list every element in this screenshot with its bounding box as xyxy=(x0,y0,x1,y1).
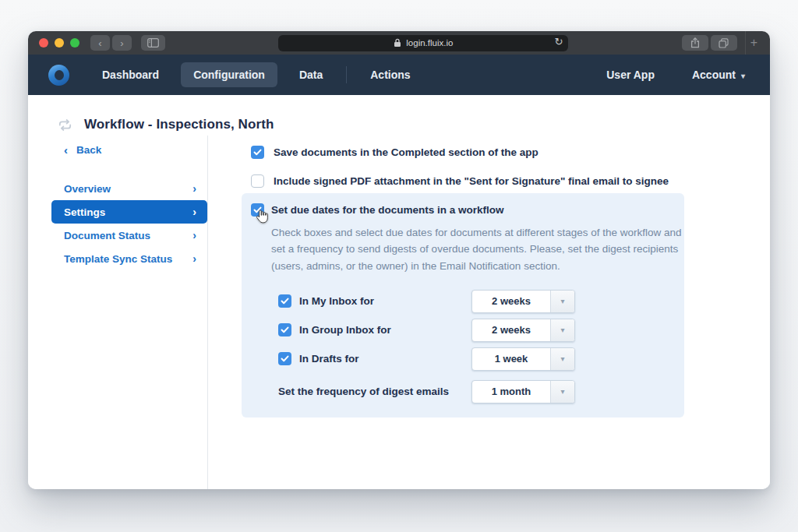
nav-item-actions[interactable]: Actions xyxy=(358,62,422,87)
chevron-down-icon: ▾ xyxy=(550,319,574,341)
checkbox-save-completed[interactable] xyxy=(251,146,264,159)
drafts-duration-select[interactable]: 1 week ▾ xyxy=(471,347,575,371)
select-value: 2 weeks xyxy=(472,291,550,312)
settings-main: Save documents in the Completed section … xyxy=(208,136,770,489)
check-icon xyxy=(253,206,262,213)
chevron-down-icon: ▾ xyxy=(550,381,574,403)
chevron-right-icon: › xyxy=(192,252,196,265)
due-row-my-inbox: In My Inbox for 2 weeks ▾ xyxy=(278,290,575,313)
due-row-group-inbox: In Group Inbox for 2 weeks ▾ xyxy=(278,319,575,342)
chevron-right-icon: › xyxy=(192,182,196,195)
address-bar[interactable]: login.fluix.io ↻ xyxy=(278,35,568,51)
sidebar-item-settings[interactable]: Settings › xyxy=(51,200,207,224)
digest-frequency-label: Set the frequency of digest emails xyxy=(278,386,449,397)
group-inbox-duration-select[interactable]: 2 weeks ▾ xyxy=(471,319,575,342)
browser-window: ‹ › login.fluix.io ↻ xyxy=(28,31,770,489)
select-value: 1 month xyxy=(472,381,550,403)
checkbox-group-inbox[interactable] xyxy=(278,323,291,336)
back-button[interactable]: ‹ xyxy=(90,35,110,51)
nav-item-dashboard[interactable]: Dashboard xyxy=(90,62,171,87)
sidebar-item-label: Template Sync Status xyxy=(64,253,172,265)
checkbox-set-due-dates[interactable] xyxy=(251,203,264,217)
share-icon xyxy=(690,37,700,48)
my-inbox-duration-select[interactable]: 2 weeks ▾ xyxy=(471,290,575,313)
checkbox-include-signed-pdf[interactable] xyxy=(251,174,264,188)
app-navbar: Dashboard Configuration Data Actions Use… xyxy=(28,55,770,95)
sidebar-icon xyxy=(147,38,159,48)
lock-icon xyxy=(394,38,401,48)
sidebar-item-label: Settings xyxy=(64,206,105,218)
due-dates-panel: Set due dates for the documents in a wor… xyxy=(242,193,684,417)
due-dates-description: Check boxes and select due dates for doc… xyxy=(271,224,683,274)
option-label: Include signed PDF attachment in the "Se… xyxy=(274,175,669,187)
minimize-window-button[interactable] xyxy=(55,38,64,48)
tab-overview-button[interactable] xyxy=(711,35,737,51)
due-row-label: In Group Inbox for xyxy=(299,324,391,336)
select-value: 1 week xyxy=(472,348,550,370)
browser-toolbar: ‹ › login.fluix.io ↻ xyxy=(28,31,770,55)
due-row-label: In Drafts for xyxy=(299,353,359,365)
option-save-completed: Save documents in the Completed section … xyxy=(251,146,770,159)
fluix-logo-icon[interactable] xyxy=(48,65,69,86)
due-row-label: In My Inbox for xyxy=(299,295,374,307)
nav-item-data[interactable]: Data xyxy=(287,62,335,87)
close-window-button[interactable] xyxy=(39,38,48,48)
zoom-window-button[interactable] xyxy=(70,38,79,48)
sidebar-item-document-status[interactable]: Document Status › xyxy=(51,224,207,247)
share-button[interactable] xyxy=(682,35,708,51)
account-label: Account xyxy=(692,69,736,81)
check-icon xyxy=(281,326,289,333)
page-header: Workflow - Inspections, North xyxy=(28,95,770,136)
reload-icon[interactable]: ↻ xyxy=(554,36,563,48)
check-icon xyxy=(253,149,262,156)
forward-button[interactable]: › xyxy=(112,35,132,51)
back-label: Back xyxy=(76,144,101,156)
chevron-down-icon: ▾ xyxy=(550,291,574,312)
check-icon xyxy=(281,355,289,362)
workflow-icon xyxy=(56,116,74,134)
sidebar-toggle-button[interactable] xyxy=(141,35,165,51)
toolbar-right: + xyxy=(682,31,765,55)
chevron-right-icon: › xyxy=(192,229,196,241)
option-set-due-dates: Set due dates for the documents in a wor… xyxy=(251,203,672,217)
check-icon xyxy=(281,298,289,305)
settings-sidebar: ‹ Back Overview › Settings › Document St… xyxy=(28,136,208,489)
nav-item-configuration[interactable]: Configuration xyxy=(181,62,277,87)
tabs-icon xyxy=(719,38,729,48)
chevron-down-icon: ▾ xyxy=(550,348,574,370)
url-text: login.fluix.io xyxy=(406,38,453,48)
checkbox-drafts[interactable] xyxy=(278,352,291,365)
new-tab-button[interactable]: + xyxy=(745,31,762,55)
nav-divider xyxy=(346,66,347,83)
chevron-down-icon: ▾ xyxy=(741,72,745,80)
page-title: Workflow - Inspections, North xyxy=(84,117,274,132)
sidebar-item-label: Overview xyxy=(64,183,111,195)
due-dates-title: Set due dates for the documents in a wor… xyxy=(271,203,504,216)
back-link[interactable]: ‹ Back xyxy=(51,143,207,157)
sidebar-item-overview[interactable]: Overview › xyxy=(51,177,207,200)
digest-frequency-row: Set the frequency of digest emails 1 mon… xyxy=(278,380,575,403)
chevron-left-icon: ‹ xyxy=(64,143,68,157)
chevron-right-icon: › xyxy=(192,206,196,218)
digest-frequency-select[interactable]: 1 month ▾ xyxy=(471,380,575,403)
sidebar-item-template-sync-status[interactable]: Template Sync Status › xyxy=(51,247,207,270)
nav-item-account[interactable]: Account▾ xyxy=(690,62,747,87)
checkbox-my-inbox[interactable] xyxy=(278,294,291,308)
nav-item-user-app[interactable]: User App xyxy=(605,62,656,87)
option-include-signed-pdf: Include signed PDF attachment in the "Se… xyxy=(251,174,770,188)
page-content: Workflow - Inspections, North ‹ Back Ove… xyxy=(28,95,770,489)
due-row-drafts: In Drafts for 1 week ▾ xyxy=(278,347,575,371)
due-date-rows: In My Inbox for 2 weeks ▾ xyxy=(278,290,672,371)
select-value: 2 weeks xyxy=(472,319,550,341)
sidebar-item-label: Document Status xyxy=(64,230,150,241)
window-controls xyxy=(39,38,79,48)
option-label: Save documents in the Completed section … xyxy=(274,146,538,158)
